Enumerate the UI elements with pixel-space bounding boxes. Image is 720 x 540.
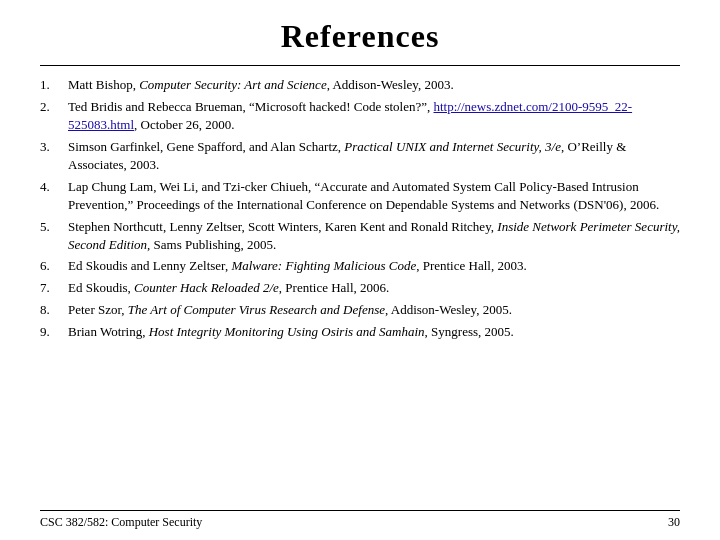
ref-number: 2. <box>40 98 68 116</box>
ref-plain: Stephen Northcutt, Lenny Zeltser, Scott … <box>68 219 497 234</box>
ref-plain: Ted Bridis and Rebecca Brueman, “Microso… <box>68 99 434 114</box>
ref-italic: The Art of Computer Virus Research and D… <box>128 302 385 317</box>
ref-content: Simson Garfinkel, Gene Spafford, and Ala… <box>68 138 680 174</box>
list-item: 1.Matt Bishop, Computer Security: Art an… <box>40 76 680 94</box>
ref-italic: Computer Security: Art and Science <box>139 77 327 92</box>
footer-course: CSC 382/582: Computer Security <box>40 515 202 530</box>
ref-number: 8. <box>40 301 68 319</box>
ref-number: 4. <box>40 178 68 196</box>
ref-italic: Practical UNIX and Internet Security, 3/… <box>344 139 561 154</box>
ref-plain: , Addison-Wesley, 2003. <box>327 77 454 92</box>
list-item: 3.Simson Garfinkel, Gene Spafford, and A… <box>40 138 680 174</box>
ref-content: Ted Bridis and Rebecca Brueman, “Microso… <box>68 98 680 134</box>
ref-italic: Counter Hack Reloaded 2/e <box>134 280 279 295</box>
list-item: 7.Ed Skoudis, Counter Hack Reloaded 2/e,… <box>40 279 680 297</box>
ref-plain: , Prentice Hall, 2003. <box>416 258 526 273</box>
ref-number: 1. <box>40 76 68 94</box>
ref-italic: Malware: Fighting Malicious Code <box>231 258 416 273</box>
ref-number: 3. <box>40 138 68 156</box>
ref-number: 5. <box>40 218 68 236</box>
title-divider <box>40 65 680 66</box>
footer: CSC 382/582: Computer Security 30 <box>40 510 680 530</box>
ref-number: 6. <box>40 257 68 275</box>
ref-content: Matt Bishop, Computer Security: Art and … <box>68 76 454 94</box>
ref-content: Brian Wotring, Host Integrity Monitoring… <box>68 323 514 341</box>
references-list: 1.Matt Bishop, Computer Security: Art an… <box>40 76 680 504</box>
ref-plain: Matt Bishop, <box>68 77 139 92</box>
ref-content: Stephen Northcutt, Lenny Zeltser, Scott … <box>68 218 680 254</box>
ref-plain: , Prentice Hall, 2006. <box>279 280 389 295</box>
ref-number: 9. <box>40 323 68 341</box>
ref-plain: Simson Garfinkel, Gene Spafford, and Ala… <box>68 139 344 154</box>
ref-plain: Ed Skoudis and Lenny Zeltser, <box>68 258 231 273</box>
footer-page: 30 <box>668 515 680 530</box>
list-item: 2.Ted Bridis and Rebecca Brueman, “Micro… <box>40 98 680 134</box>
ref-plain: Brian Wotring, <box>68 324 149 339</box>
list-item: 9.Brian Wotring, Host Integrity Monitori… <box>40 323 680 341</box>
ref-number: 7. <box>40 279 68 297</box>
ref-content: Lap Chung Lam, Wei Li, and Tzi-cker Chiu… <box>68 178 680 214</box>
ref-content: Peter Szor, The Art of Computer Virus Re… <box>68 301 512 319</box>
page: References 1.Matt Bishop, Computer Secur… <box>0 0 720 540</box>
list-item: 5.Stephen Northcutt, Lenny Zeltser, Scot… <box>40 218 680 254</box>
ref-plain: Lap Chung Lam, Wei Li, and Tzi-cker Chiu… <box>68 179 659 212</box>
ref-content: Ed Skoudis, Counter Hack Reloaded 2/e, P… <box>68 279 389 297</box>
ref-plain: Peter Szor, <box>68 302 128 317</box>
list-item: 6.Ed Skoudis and Lenny Zeltser, Malware:… <box>40 257 680 275</box>
ref-plain: Ed Skoudis, <box>68 280 134 295</box>
page-title: References <box>40 0 680 65</box>
list-item: 4.Lap Chung Lam, Wei Li, and Tzi-cker Ch… <box>40 178 680 214</box>
ref-italic: Host Integrity Monitoring Using Osiris a… <box>149 324 425 339</box>
ref-plain: Sams Publishing, 2005. <box>150 237 276 252</box>
list-item: 8.Peter Szor, The Art of Computer Virus … <box>40 301 680 319</box>
ref-plain: , October 26, 2000. <box>134 117 234 132</box>
ref-plain: , Addison-Wesley, 2005. <box>385 302 512 317</box>
ref-content: Ed Skoudis and Lenny Zeltser, Malware: F… <box>68 257 527 275</box>
ref-plain: , Syngress, 2005. <box>425 324 514 339</box>
